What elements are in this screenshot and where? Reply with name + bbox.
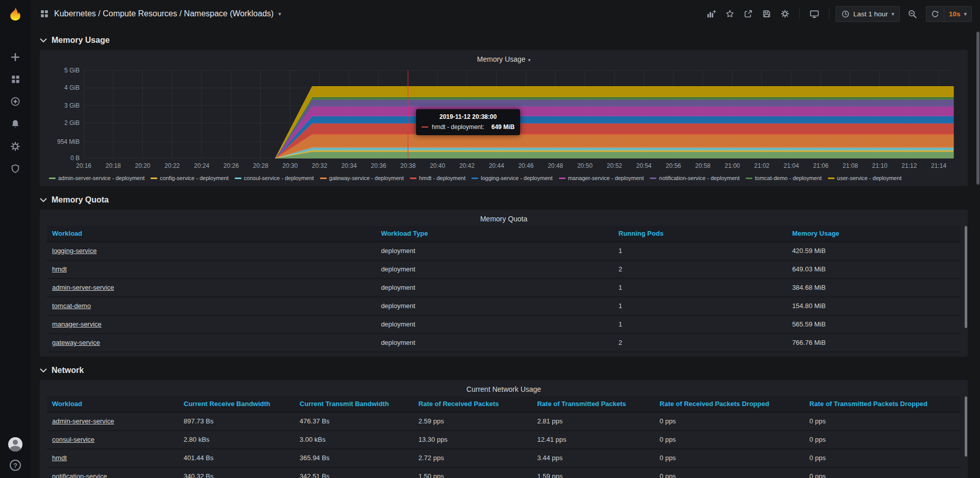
table-cell: 365.94 Bs <box>295 449 413 467</box>
legend-item[interactable]: notification-service - deployment <box>650 175 740 181</box>
svg-text:20:22: 20:22 <box>164 162 180 169</box>
server-admin-shield-icon[interactable] <box>0 158 31 180</box>
legend-item[interactable]: consul-service - deployment <box>235 175 314 181</box>
table-row: hmdtdeployment2649.03 MiB <box>47 261 961 279</box>
legend-color-dash <box>320 178 327 179</box>
tooltip-series-label: hmdt - deployment: <box>432 123 484 131</box>
table-cell: 3.00 kBs <box>295 431 413 448</box>
dashboard-grid-icon[interactable] <box>40 9 49 18</box>
configuration-gear-icon[interactable] <box>0 135 31 158</box>
column-header-workload[interactable]: Workload <box>47 396 179 412</box>
column-header-current-receive-bandwidth[interactable]: Current Receive Bandwidth <box>179 396 295 412</box>
legend-item[interactable]: tomcat-demo - deployment <box>746 175 822 181</box>
panel-title-memory-quota[interactable]: Memory Quota <box>47 213 961 226</box>
column-header-rate-of-transmitted-packets[interactable]: Rate of Transmitted Packets <box>532 396 654 412</box>
legend-color-dash <box>410 178 416 179</box>
refresh-interval-picker[interactable]: 10s ▾ <box>944 6 972 22</box>
section-memory-quota[interactable]: Memory Quota <box>40 191 968 209</box>
page-scrollbar[interactable] <box>976 28 980 478</box>
workload-link[interactable]: hmdt <box>52 454 67 462</box>
section-memory-usage[interactable]: Memory Usage <box>40 32 968 49</box>
column-header-workload-type[interactable]: Workload Type <box>376 226 613 241</box>
table-cell: 2.72 pps <box>413 449 532 467</box>
table-row: consul-service2.80 kBs3.00 kBs13.30 pps1… <box>47 431 961 449</box>
caret-down-icon: ▾ <box>891 11 894 17</box>
svg-text:20:28: 20:28 <box>253 162 268 169</box>
legend-item[interactable]: hmdt - deployment <box>410 175 465 181</box>
dashboards-grid-icon[interactable] <box>0 68 31 90</box>
legend-label: hmdt - deployment <box>419 175 465 181</box>
legend-item[interactable]: admin-server-service - deployment <box>49 175 144 181</box>
save-button[interactable] <box>758 6 775 21</box>
dashboard-settings-gear-icon[interactable] <box>777 6 793 21</box>
svg-text:20:42: 20:42 <box>459 162 475 169</box>
caret-down-icon: ▾ <box>278 11 281 17</box>
workload-link[interactable]: admin-server-service <box>52 417 114 425</box>
svg-text:20:46: 20:46 <box>518 162 533 169</box>
workload-link[interactable]: tomcat-demo <box>52 302 91 310</box>
workload-link[interactable]: hmdt <box>52 265 67 273</box>
alerting-bell-icon[interactable] <box>0 113 31 135</box>
column-header-rate-of-transmitted-packets-dropped[interactable]: Rate of Transmitted Packets Dropped <box>804 396 961 412</box>
svg-text:21:00: 21:00 <box>725 162 740 169</box>
workload-link[interactable]: consul-service <box>52 436 94 443</box>
legend-item[interactable]: config-service - deployment <box>151 175 229 181</box>
svg-text:20:50: 20:50 <box>577 162 593 169</box>
legend-label: gateway-service - deployment <box>329 175 404 181</box>
workload-link[interactable]: notification-service <box>52 472 107 478</box>
legend-item[interactable]: logging-service - deployment <box>472 175 553 181</box>
create-plus-icon[interactable] <box>0 46 31 68</box>
table-cell: 1 <box>614 242 787 260</box>
time-range-picker[interactable]: Last 1 hour ▾ <box>836 6 900 22</box>
add-panel-button[interactable] <box>703 6 720 22</box>
chart-area[interactable]: 20:1620:1820:2020:2220:2420:2620:2820:30… <box>47 66 961 173</box>
column-header-rate-of-received-packets-dropped[interactable]: Rate of Received Packets Dropped <box>654 396 804 412</box>
workload-link[interactable]: logging-service <box>52 247 96 255</box>
panel-title-memory-usage[interactable]: Memory Usage▾ <box>47 53 961 66</box>
svg-text:21:08: 21:08 <box>843 162 858 169</box>
panel-title-network[interactable]: Current Network Usage <box>47 383 961 396</box>
zoom-out-button[interactable] <box>904 6 921 22</box>
navbar-divider <box>829 9 829 19</box>
table-cell: 0 pps <box>804 413 961 430</box>
legend-item[interactable]: manager-service - deployment <box>559 175 644 181</box>
section-network[interactable]: Network <box>40 362 968 379</box>
column-header-running-pods[interactable]: Running Pods <box>614 226 787 241</box>
workload-link[interactable]: gateway-service <box>52 339 100 346</box>
explore-compass-icon[interactable] <box>0 90 31 113</box>
table-cell: 2.81 pps <box>532 413 654 430</box>
table-cell: 3.44 pps <box>532 449 654 467</box>
column-header-current-transmit-bandwidth[interactable]: Current Transmit Bandwidth <box>295 396 413 412</box>
table-cell: 565.59 MiB <box>787 316 961 333</box>
memory-quota-table: WorkloadWorkload TypeRunning PodsMemory … <box>47 226 961 353</box>
chevron-down-icon <box>40 368 47 372</box>
legend-item[interactable]: gateway-service - deployment <box>320 175 404 181</box>
tooltip-series-dash <box>422 127 428 128</box>
table-row: gateway-servicedeployment2766.76 MiB <box>47 334 961 353</box>
table-scrollbar[interactable] <box>964 226 968 336</box>
table-scrollbar[interactable] <box>964 396 968 470</box>
workload-link[interactable]: manager-service <box>52 320 102 328</box>
legend-label: tomcat-demo - deployment <box>755 175 822 181</box>
svg-text:20:36: 20:36 <box>371 162 386 169</box>
star-button[interactable] <box>722 6 738 21</box>
table-row: tomcat-demodeployment1154.80 MiB <box>47 297 961 316</box>
column-header-workload[interactable]: Workload <box>47 226 376 241</box>
breadcrumb[interactable]: Kubernetes / Compute Resources / Namespa… <box>54 9 281 18</box>
legend-label: user-service - deployment <box>837 175 902 181</box>
legend-color-dash <box>828 178 835 179</box>
column-header-rate-of-received-packets[interactable]: Rate of Received Packets <box>413 396 532 412</box>
refresh-button[interactable] <box>926 6 944 22</box>
share-button[interactable] <box>740 6 756 21</box>
column-header-memory-usage[interactable]: Memory Usage <box>787 226 961 241</box>
user-avatar[interactable] <box>8 437 22 451</box>
cycle-view-monitor-icon[interactable] <box>806 6 823 22</box>
svg-text:20:44: 20:44 <box>489 162 504 169</box>
legend-item[interactable]: user-service - deployment <box>828 175 902 181</box>
workload-link[interactable]: admin-server-service <box>52 284 114 291</box>
svg-text:20:54: 20:54 <box>636 162 651 169</box>
grafana-logo-icon[interactable] <box>8 6 23 23</box>
svg-text:2 GiB: 2 GiB <box>64 119 80 127</box>
caret-down-icon: ▾ <box>964 11 967 17</box>
help-question-icon[interactable]: ? <box>10 460 21 471</box>
